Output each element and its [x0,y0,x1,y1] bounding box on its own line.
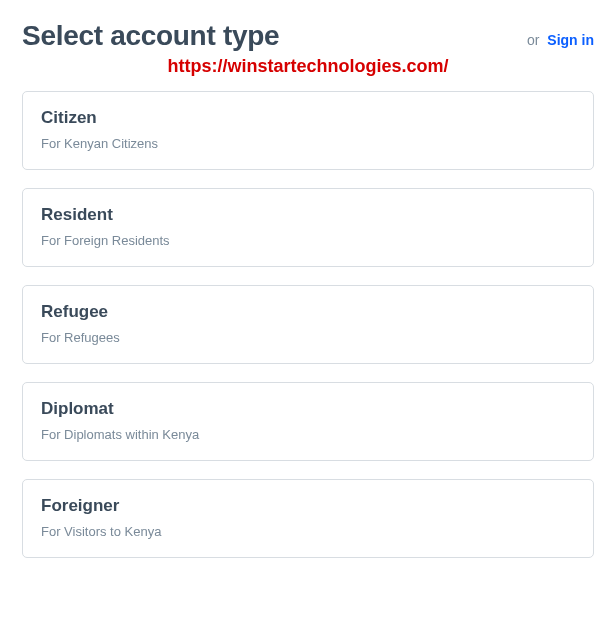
option-desc: For Kenyan Citizens [41,136,575,151]
signin-block: or Sign in [527,32,594,48]
option-refugee[interactable]: Refugee For Refugees [22,285,594,364]
or-text: or [527,32,539,48]
option-desc: For Foreign Residents [41,233,575,248]
option-citizen[interactable]: Citizen For Kenyan Citizens [22,91,594,170]
option-desc: For Visitors to Kenya [41,524,575,539]
overlay-url-watermark: https://winstartechnologies.com/ [22,56,594,77]
page-title: Select account type [22,20,279,52]
option-title: Citizen [41,108,575,128]
page-header: Select account type or Sign in [22,20,594,52]
option-title: Refugee [41,302,575,322]
option-diplomat[interactable]: Diplomat For Diplomats within Kenya [22,382,594,461]
option-desc: For Refugees [41,330,575,345]
option-desc: For Diplomats within Kenya [41,427,575,442]
option-title: Diplomat [41,399,575,419]
account-type-options: Citizen For Kenyan Citizens Resident For… [22,91,594,558]
option-title: Foreigner [41,496,575,516]
signin-link[interactable]: Sign in [547,32,594,48]
option-title: Resident [41,205,575,225]
option-resident[interactable]: Resident For Foreign Residents [22,188,594,267]
option-foreigner[interactable]: Foreigner For Visitors to Kenya [22,479,594,558]
